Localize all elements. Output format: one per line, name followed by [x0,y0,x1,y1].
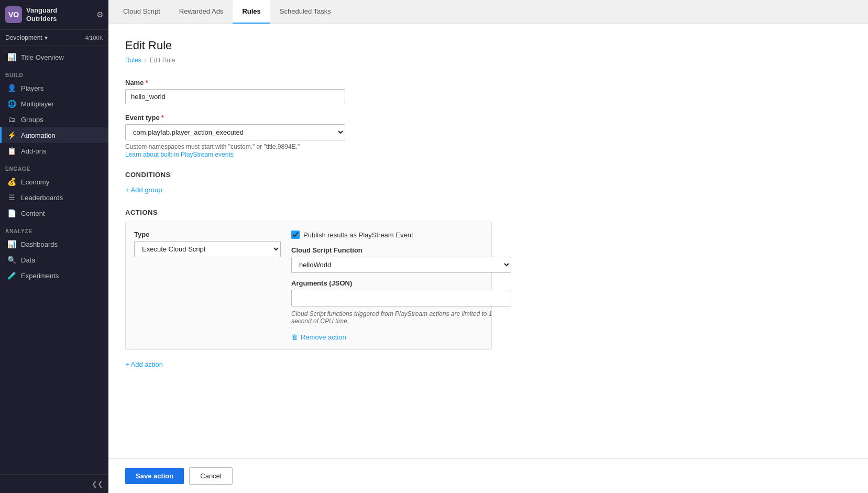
sidebar: VO Vanguard Outriders ⚙ Development ▾ 4/… [0,0,108,493]
publish-checkbox-label: Publish results as PlayStream Event [303,231,413,239]
sidebar-item-label: Leaderboards [21,194,63,202]
sidebar-header: VO Vanguard Outriders ⚙ [0,0,108,30]
action-item: Type Execute Cloud ScriptSend Push Notif… [125,222,492,350]
sidebar-item-label: Automation [21,132,56,139]
sidebar-item-addons[interactable]: 📋Add-ons [0,143,108,159]
remove-action-button[interactable]: 🗑 Remove action [291,329,346,341]
publish-checkbox[interactable] [291,231,300,239]
sidebar-item-label: Title Overview [21,53,64,61]
tab-cloud-script[interactable]: Cloud Script [114,0,170,24]
chevron-down-icon: ▾ [45,34,48,41]
sidebar-item-label: Data [21,256,35,264]
leaderboards-icon: ☰ [7,193,16,202]
conditions-section-title: CONDITIONS [125,171,851,179]
args-input[interactable] [291,290,511,306]
action-options: Publish results as PlayStream Event Clou… [291,231,511,341]
sidebar-item-label: Multiplayer [21,100,54,108]
content-icon: 📄 [7,209,16,217]
name-field-group: Name * [125,79,851,104]
env-name: Development [5,34,42,41]
add-action-button[interactable]: + Add action [125,358,163,370]
publish-checkbox-row: Publish results as PlayStream Event [291,231,511,239]
name-label: Name * [125,79,851,86]
cloud-function-select[interactable]: helloWorld [291,257,511,273]
economy-icon: 💰 [7,178,16,186]
page-title: Edit Rule [125,39,851,52]
bar-chart-icon: 📊 [7,53,16,61]
content-area: Edit Rule Rules › Edit Rule Name * Event… [108,24,868,458]
sidebar-item-automation[interactable]: ⚡Automation [0,127,108,143]
automation-icon: ⚡ [7,131,16,139]
sidebar-logo: VO Vanguard Outriders [5,6,57,23]
sidebar-section-engage: ENGAGE [0,159,108,174]
action-type-select[interactable]: Execute Cloud ScriptSend Push Notificati… [134,241,281,257]
actions-row: Type Execute Cloud ScriptSend Push Notif… [134,231,483,341]
settings-icon[interactable]: ⚙ [96,10,103,19]
name-required-star: * [145,79,148,86]
breadcrumb-current: Edit Rule [150,57,175,64]
addons-icon: 📋 [7,147,16,155]
env-dropdown[interactable]: Development ▾ [5,34,48,41]
event-type-label: Event type * [125,114,851,122]
sidebar-item-content[interactable]: 📄Content [0,205,108,221]
sidebar-collapse-button[interactable]: ❮❮ [0,474,108,493]
experiments-icon: 🧪 [7,271,16,280]
sidebar-item-players[interactable]: 👤Players [0,80,108,96]
tabs-bar: Cloud ScriptRewarded AdsRulesScheduled T… [108,0,868,24]
playstream-events-link[interactable]: Learn about built-in PlayStream events [125,151,234,158]
tab-rules[interactable]: Rules [233,0,270,24]
type-group: Type Execute Cloud ScriptSend Push Notif… [134,231,281,257]
sidebar-item-leaderboards[interactable]: ☰Leaderboards [0,190,108,205]
environment-selector[interactable]: Development ▾ 4/100K [0,30,108,46]
sidebar-item-multiplayer[interactable]: 🌐Multiplayer [0,96,108,112]
sidebar-section-analyze: ANALYZE [0,221,108,236]
tab-scheduled-tasks[interactable]: Scheduled Tasks [270,0,340,24]
cancel-button[interactable]: Cancel [189,467,232,485]
sidebar-item-label: Economy [21,178,49,186]
main-area: Cloud ScriptRewarded AdsRulesScheduled T… [108,0,868,493]
sidebar-item-label: Content [21,210,45,217]
event-type-select[interactable]: com.playfab.player_action_executed [125,124,345,140]
actions-section-title: ACTIONS [125,209,851,216]
cloud-fn-label: Cloud Script Function [291,246,511,254]
sidebar-item-label: Players [21,84,43,92]
multiplayer-icon: 🌐 [7,100,16,108]
app-logo-icon: VO [5,6,22,23]
sidebar-section-build: BUILD [0,65,108,80]
sidebar-item-title-overview[interactable]: 📊 Title Overview [0,49,108,65]
bottom-bar: Save action Cancel [108,458,868,493]
sidebar-item-label: Experiments [21,272,59,280]
event-type-hint: Custom namespaces must start with "custo… [125,143,851,150]
args-label: Arguments (JSON) [291,279,511,287]
event-type-required-star: * [161,114,164,122]
event-type-field-group: Event type * com.playfab.player_action_e… [125,114,851,158]
trash-icon: 🗑 [291,333,298,341]
breadcrumb: Rules › Edit Rule [125,57,851,64]
env-count: 4/100K [85,35,103,41]
save-action-button[interactable]: Save action [125,468,184,484]
sidebar-item-dashboards[interactable]: 📊Dashboards [0,236,108,252]
tab-rewarded-ads[interactable]: Rewarded Ads [170,0,233,24]
data-icon: 🔍 [7,256,16,264]
app-title: Vanguard Outriders [26,6,57,23]
cpu-hint: Cloud Script functions triggered from Pl… [291,310,511,325]
sidebar-sections: BUILD👤Players🌐Multiplayer🗂Groups⚡Automat… [0,65,108,283]
sidebar-item-groups[interactable]: 🗂Groups [0,112,108,127]
sidebar-item-economy[interactable]: 💰Economy [0,174,108,190]
groups-icon: 🗂 [7,115,16,124]
dashboards-icon: 📊 [7,240,16,248]
sidebar-item-label: Groups [21,116,43,124]
name-input[interactable] [125,89,345,104]
type-label: Type [134,231,281,238]
sidebar-item-data[interactable]: 🔍Data [0,252,108,268]
sidebar-item-label: Add-ons [21,147,46,155]
sidebar-item-experiments[interactable]: 🧪Experiments [0,268,108,283]
sidebar-item-label: Dashboards [21,240,58,248]
add-group-button[interactable]: + Add group [125,184,162,196]
breadcrumb-parent-link[interactable]: Rules [125,57,141,64]
players-icon: 👤 [7,84,16,92]
breadcrumb-separator: › [145,57,147,64]
